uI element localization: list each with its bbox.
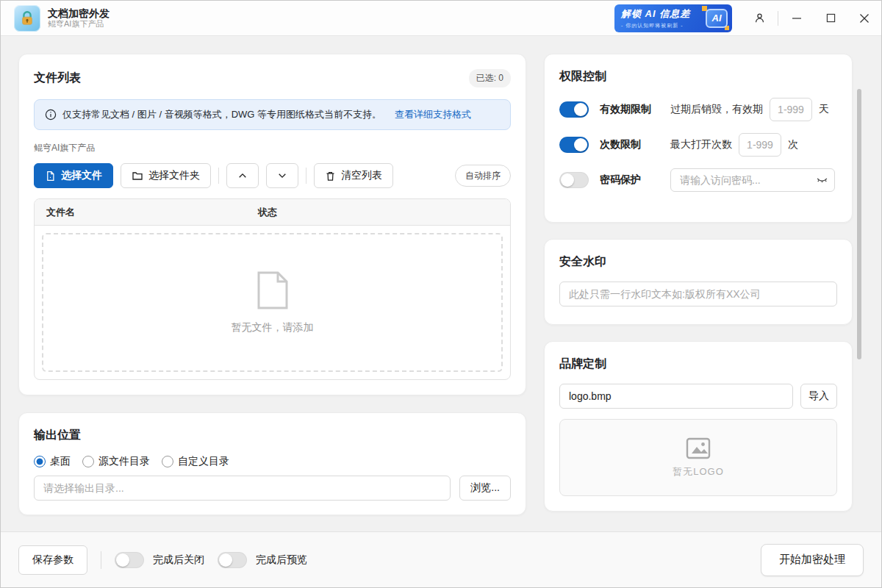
output-path-row: 浏览... <box>34 476 511 501</box>
toggle-knob <box>574 138 587 151</box>
folder-icon <box>132 170 143 182</box>
close-after-finish-option: 完成后关闭 <box>115 552 204 568</box>
open-count-toggle[interactable] <box>559 137 589 153</box>
import-label: 导入 <box>808 390 829 403</box>
auto-sort-button[interactable]: 自动排序 <box>455 165 511 187</box>
titlebar: 文档加密外发 鲲穹AI旗下产品 解锁 AI 信息差 - 你的认知即将被刷新 - … <box>1 1 881 36</box>
empty-dropzone[interactable]: 暂无文件，请添加 <box>42 233 503 372</box>
file-list-header: 文件列表 已选: 0 <box>34 69 511 87</box>
password-input[interactable] <box>670 168 835 192</box>
toggle-knob <box>219 553 232 567</box>
password-toggle[interactable] <box>559 172 589 188</box>
titlebar-divider <box>778 11 778 26</box>
output-option-desktop[interactable]: 桌面 <box>34 455 71 468</box>
trash-icon <box>325 171 336 182</box>
select-folder-button[interactable]: 选择文件夹 <box>121 163 211 188</box>
image-icon <box>686 437 711 459</box>
eye-off-icon[interactable] <box>816 174 828 187</box>
select-folder-label: 选择文件夹 <box>148 169 200 182</box>
clear-list-label: 清空列表 <box>341 169 382 182</box>
app-logo-icon <box>14 5 40 32</box>
vertical-scrollbar[interactable] <box>857 89 861 359</box>
browse-label: 浏览... <box>470 481 500 495</box>
output-option-label: 自定义目录 <box>178 455 229 468</box>
column-status: 状态 <box>258 206 510 219</box>
output-option-custom-dir[interactable]: 自定义目录 <box>162 455 229 468</box>
format-notice-text: 仅支持常见文档 / 图片 / 音视频等格式，DWG 等专用图纸格式当前不支持。 <box>62 108 381 121</box>
branding-card: 品牌定制 导入 暂无LOGO <box>544 341 853 512</box>
empty-text: 暂无文件，请添加 <box>232 321 314 334</box>
output-option-source-dir[interactable]: 源文件目录 <box>82 455 150 468</box>
chevron-down-icon <box>278 171 287 180</box>
save-params-label: 保存参数 <box>32 553 74 567</box>
watermark-card: 安全水印 <box>544 239 853 325</box>
move-down-button[interactable] <box>266 163 298 188</box>
maximize-button[interactable] <box>814 1 847 36</box>
footer-divider <box>101 551 101 569</box>
user-icon <box>753 12 766 24</box>
permissions-card: 权限控制 有效期限制 过期后销毁，有效期 天 次数限制 <box>544 54 853 223</box>
info-icon <box>45 109 57 121</box>
move-up-button[interactable] <box>226 163 259 188</box>
import-logo-button[interactable]: 导入 <box>800 384 837 409</box>
app-title: 文档加密外发 <box>48 7 110 19</box>
toolbar-divider <box>306 168 306 184</box>
expiry-unit: 天 <box>819 103 829 116</box>
radio-selected-icon <box>34 456 46 467</box>
format-details-link[interactable]: 查看详细支持格式 <box>395 108 471 121</box>
right-column: 权限控制 有效期限制 过期后销毁，有效期 天 次数限制 <box>544 54 853 531</box>
expiry-label: 有效期限制 <box>600 103 670 116</box>
watermark-title: 安全水印 <box>559 254 837 270</box>
close-after-finish-label: 完成后关闭 <box>153 553 204 567</box>
preview-after-finish-option: 完成后预览 <box>218 552 307 568</box>
browse-button[interactable]: 浏览... <box>459 476 511 501</box>
app-title-block: 文档加密外发 鲲穹AI旗下产品 <box>48 7 110 29</box>
watermark-input[interactable] <box>559 282 837 306</box>
file-table-header: 文件名 状态 <box>35 199 510 226</box>
select-file-button[interactable]: 选择文件 <box>34 163 113 188</box>
permissions-title: 权限控制 <box>559 69 837 85</box>
app-subtitle: 鲲穹AI旗下产品 <box>48 19 110 29</box>
output-title: 输出位置 <box>34 428 511 443</box>
radio-icon <box>162 456 173 467</box>
ai-promo-subline: - 你的认知即将被刷新 - <box>621 22 690 29</box>
brand-note: 鲲穹AI旗下产品 <box>34 142 511 154</box>
close-after-finish-toggle[interactable] <box>115 552 144 568</box>
clear-list-button[interactable]: 清空列表 <box>314 163 393 188</box>
expiry-toggle[interactable] <box>559 101 589 118</box>
output-option-label: 源文件目录 <box>98 455 150 468</box>
open-count-settings: 最大打开次数 次 <box>670 133 837 157</box>
file-table: 文件名 状态 暂无文件，请添加 <box>34 198 511 380</box>
output-path-input[interactable] <box>34 476 451 501</box>
password-label: 密码保护 <box>600 173 670 187</box>
main-content: 文件列表 已选: 0 仅支持常见文档 / 图片 / 音视频等格式，DWG 等专用… <box>1 36 881 531</box>
ai-badge: AI <box>706 9 728 28</box>
save-params-button[interactable]: 保存参数 <box>18 545 87 575</box>
output-options: 桌面 源文件目录 自定义目录 <box>34 455 511 468</box>
close-icon <box>859 13 870 24</box>
logo-empty-text: 暂无LOGO <box>673 465 724 478</box>
selected-count-badge: 已选: 0 <box>469 69 511 87</box>
column-filename: 文件名 <box>35 206 258 219</box>
file-icon <box>45 171 56 182</box>
start-encrypt-button[interactable]: 开始加密处理 <box>761 544 864 576</box>
password-row: 密码保护 <box>559 168 837 192</box>
empty-file-icon <box>256 271 290 309</box>
open-count-label: 次数限制 <box>600 138 670 151</box>
auto-sort-label: 自动排序 <box>465 170 501 182</box>
titlebar-controls: 解锁 AI 信息差 - 你的认知即将被刷新 - AI <box>614 1 881 35</box>
chevron-up-icon <box>238 171 247 180</box>
preview-after-finish-toggle[interactable] <box>218 552 247 568</box>
expiry-days-input[interactable] <box>770 98 812 121</box>
ai-promo-banner[interactable]: 解锁 AI 信息差 - 你的认知即将被刷新 - AI <box>614 4 732 32</box>
toggle-knob <box>561 173 574 187</box>
user-account-button[interactable] <box>742 1 776 36</box>
file-table-body: 暂无文件，请添加 <box>35 226 510 379</box>
logo-filename-input[interactable] <box>559 384 793 409</box>
close-button[interactable] <box>847 1 881 36</box>
expiry-row: 有效期限制 过期后销毁，有效期 天 <box>559 98 837 121</box>
footer-bar: 保存参数 完成后关闭 完成后预览 开始加密处理 <box>1 531 881 587</box>
minimize-button[interactable] <box>780 1 814 36</box>
start-encrypt-label: 开始加密处理 <box>779 553 845 567</box>
open-count-input[interactable] <box>739 133 781 157</box>
